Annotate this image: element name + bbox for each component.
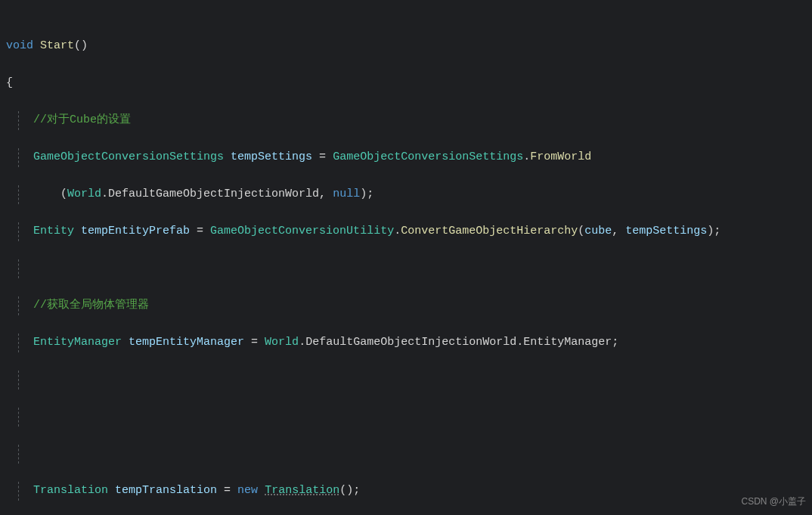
code-line[interactable] [6, 371, 812, 389]
type: GameObjectConversionUtility [210, 225, 394, 237]
code-line[interactable] [6, 445, 812, 464]
punct: () [74, 39, 88, 52]
code-line[interactable]: //获取全局物体管理器 [6, 296, 812, 315]
code-editor[interactable]: void Start() { //对于Cube的设置 GameObjectCon… [0, 0, 812, 515]
comma: , [319, 188, 333, 200]
punct: (); [339, 484, 360, 497]
code-line[interactable]: //对于Cube的设置 [6, 111, 812, 130]
method: FromWorld [530, 150, 591, 163]
watermark: CSDN @小盖子 [741, 492, 806, 511]
code-line[interactable]: Translation tempTranslation = new Transl… [6, 482, 812, 501]
code-line[interactable]: void Start() [6, 37, 812, 56]
type: Translation [265, 484, 339, 497]
dot: . [523, 150, 530, 163]
punct: ( [60, 188, 67, 200]
dot: . [516, 336, 523, 349]
prop: DefaultGameObjectInjectionWorld [305, 336, 516, 349]
op: = [244, 336, 265, 349]
code-line[interactable] [6, 259, 812, 278]
semicolon: ; [612, 336, 618, 349]
punct: ); [360, 188, 373, 200]
code-line[interactable] [6, 408, 812, 427]
code-line[interactable]: EntityManager tempEntityManager = World.… [6, 334, 812, 352]
arg: tempSettings [625, 225, 707, 237]
type: Translation [33, 484, 108, 497]
new-kw: new [237, 484, 258, 497]
type: World [265, 336, 299, 349]
method: ConvertGameObjectHierarchy [401, 225, 578, 237]
keyword: void [6, 39, 33, 52]
punct: ); [707, 225, 721, 237]
code-line[interactable]: GameObjectConversionSettings tempSetting… [6, 148, 812, 167]
null-kw: null [333, 188, 360, 200]
type: GameObjectConversionSettings [333, 150, 523, 163]
variable: tempEntityPrefab [81, 225, 190, 237]
punct: ( [578, 225, 584, 237]
variable: tempSettings [231, 150, 312, 163]
arg: cube [584, 225, 612, 237]
prop: DefaultGameObjectInjectionWorld [108, 188, 319, 200]
op: = [190, 225, 210, 237]
type: World [67, 188, 101, 200]
op: = [312, 150, 333, 163]
type: GameObjectConversionSettings [33, 150, 224, 163]
method-name: Start [40, 39, 74, 52]
comment: //获取全局物体管理器 [33, 299, 149, 312]
dot: . [101, 188, 108, 200]
brace: { [6, 76, 13, 89]
code-line[interactable]: (World.DefaultGameObjectInjectionWorld, … [6, 185, 812, 204]
op: = [217, 484, 237, 497]
variable: tempEntityManager [129, 336, 244, 349]
type: EntityManager [33, 336, 122, 349]
code-line[interactable]: Entity tempEntityPrefab = GameObjectConv… [6, 222, 812, 241]
prop: EntityManager [523, 336, 612, 349]
comment: //对于Cube的设置 [33, 113, 131, 126]
code-line[interactable]: { [6, 74, 812, 93]
dot: . [299, 336, 305, 349]
dot: . [394, 225, 401, 237]
type: Entity [33, 225, 74, 237]
variable: tempTranslation [115, 484, 217, 497]
comma: , [612, 225, 625, 237]
